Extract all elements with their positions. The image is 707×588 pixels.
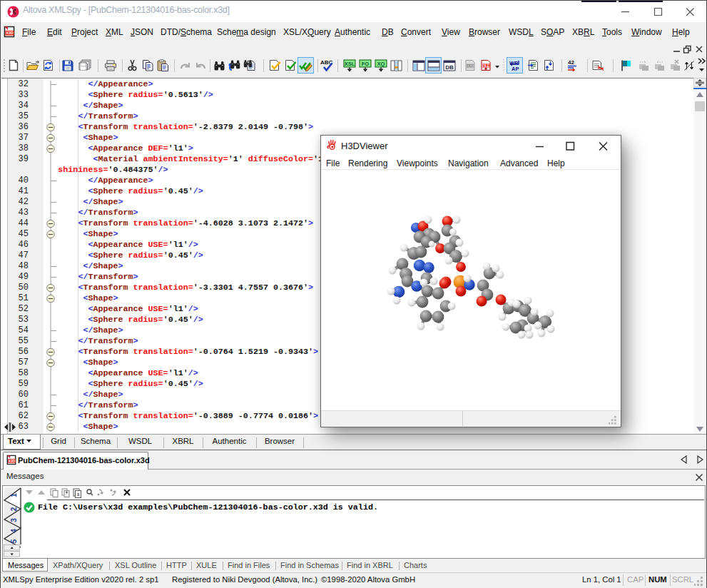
svg-text:X3D: X3D	[9, 460, 16, 463]
svg-text:4: 4	[10, 529, 18, 533]
svg-text:5: 5	[10, 539, 18, 543]
svg-text:DB: DB	[445, 64, 454, 71]
svg-text:1: 1	[10, 493, 18, 497]
svg-text:a: a	[77, 492, 80, 497]
svg-text:XQ: XQ	[377, 61, 385, 67]
svg-text:FILE: FILE	[482, 64, 489, 68]
svg-text:42: 42	[568, 59, 574, 66]
svg-text:3: 3	[10, 518, 18, 522]
svg-text:DEF: DEF	[467, 64, 474, 68]
svg-text:2: 2	[10, 507, 18, 511]
svg-text:AP: AP	[512, 66, 519, 72]
svg-text:XSL: XSL	[345, 61, 355, 67]
svg-text:FO: FO	[362, 61, 370, 67]
